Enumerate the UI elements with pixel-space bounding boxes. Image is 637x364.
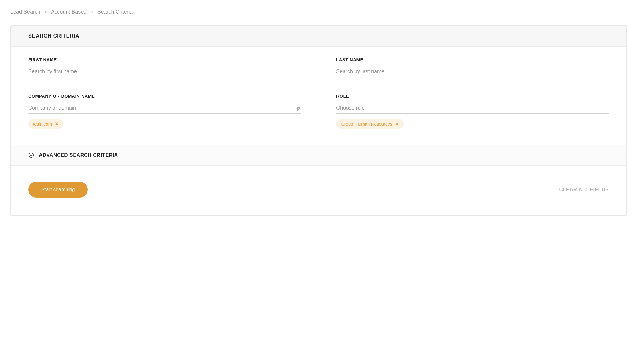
role-field: ROLE Group: Human Resources ✕ xyxy=(336,93,609,129)
panel-body: FIRST NAME LAST NAME COMPANY OR DOMAIN N… xyxy=(11,47,626,145)
first-name-label: FIRST NAME xyxy=(28,57,301,62)
role-input[interactable] xyxy=(336,105,609,111)
plus-circle-icon xyxy=(28,152,34,158)
chevron-right-icon: > xyxy=(91,10,93,14)
advanced-search-toggle[interactable]: ADVANCED SEARCH CRITERIA xyxy=(11,145,626,166)
start-searching-button[interactable]: Start searching xyxy=(28,182,88,198)
breadcrumb-item-current: Search Criteria xyxy=(97,9,133,15)
breadcrumb-item[interactable]: Account Based xyxy=(51,9,87,15)
field-grid: FIRST NAME LAST NAME COMPANY OR DOMAIN N… xyxy=(28,57,609,129)
advanced-search-title: ADVANCED SEARCH CRITERIA xyxy=(39,152,118,158)
first-name-field: FIRST NAME xyxy=(28,57,301,77)
last-name-input-wrap xyxy=(336,69,609,77)
panel-header: SEARCH CRITERIA xyxy=(11,26,626,47)
company-chips: tesla.com ✕ xyxy=(28,119,301,129)
chevron-right-icon: > xyxy=(44,10,47,14)
role-label: ROLE xyxy=(336,93,609,98)
chip-label: Group: Human Resources xyxy=(341,121,392,126)
role-chips: Group: Human Resources ✕ xyxy=(336,119,609,129)
last-name-label: LAST NAME xyxy=(336,57,609,62)
close-icon[interactable]: ✕ xyxy=(55,122,59,126)
close-icon[interactable]: ✕ xyxy=(395,122,399,126)
panel-title: SEARCH CRITERIA xyxy=(28,33,609,39)
panel-actions: Start searching CLEAR ALL FIELDS xyxy=(11,166,626,215)
chip-label: tesla.com xyxy=(33,121,52,126)
company-label: COMPANY OR DOMAIN NAME xyxy=(28,93,301,98)
last-name-field: LAST NAME xyxy=(336,57,609,77)
breadcrumb: Lead Search > Account Based > Search Cri… xyxy=(10,9,627,15)
paperclip-icon[interactable] xyxy=(296,106,301,111)
role-chip: Group: Human Resources ✕ xyxy=(336,119,404,129)
last-name-input[interactable] xyxy=(336,69,609,75)
breadcrumb-item[interactable]: Lead Search xyxy=(10,9,40,15)
search-criteria-panel: SEARCH CRITERIA FIRST NAME LAST NAME COM… xyxy=(10,25,627,216)
role-input-wrap xyxy=(336,105,609,114)
company-chip: tesla.com ✕ xyxy=(28,119,63,129)
company-input-wrap xyxy=(28,105,301,114)
company-input[interactable] xyxy=(28,105,296,111)
company-field: COMPANY OR DOMAIN NAME tesla.com ✕ xyxy=(28,93,301,129)
first-name-input[interactable] xyxy=(28,69,301,75)
clear-all-fields-button[interactable]: CLEAR ALL FIELDS xyxy=(559,187,609,193)
first-name-input-wrap xyxy=(28,69,301,77)
